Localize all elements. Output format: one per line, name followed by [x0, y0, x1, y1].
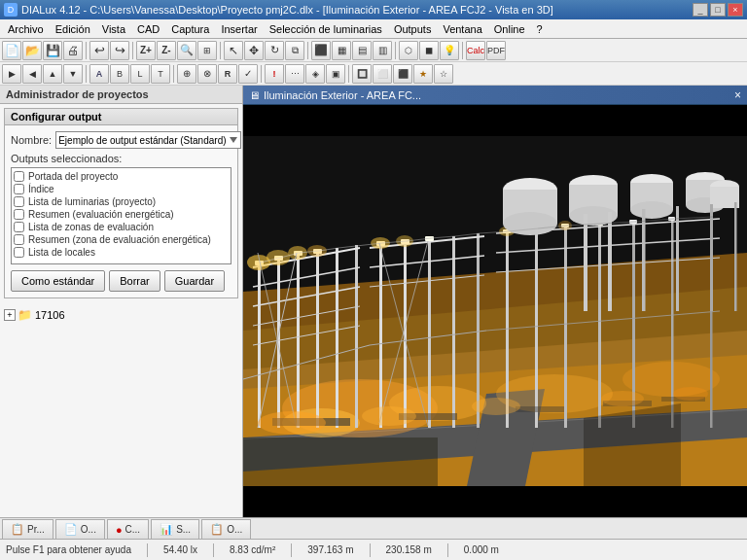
rotate-button[interactable]: ↻ — [265, 41, 284, 60]
3d-view-button[interactable] — [311, 41, 331, 60]
tab-o2[interactable]: 📋 O... — [201, 519, 251, 539]
svg-rect-17 — [336, 248, 338, 428]
project-tree: + 📁 17106 — [0, 302, 242, 517]
zoom-fit-button[interactable] — [177, 41, 196, 60]
light-button[interactable]: 💡 — [440, 41, 459, 60]
tab-pr-label: Pr... — [27, 524, 45, 535]
output-portada-checkbox[interactable] — [14, 171, 24, 182]
svg-rect-27 — [452, 236, 455, 428]
tab-s[interactable]: 📊 S... — [151, 519, 199, 539]
tb2-btn-21[interactable]: ☆ — [434, 64, 453, 84]
tab-s-icon: 📊 — [160, 523, 173, 536]
menu-vista[interactable]: Vista — [96, 21, 131, 37]
output-lista-locales-checkbox[interactable] — [14, 247, 24, 258]
tb2-btn-5[interactable]: A — [89, 64, 109, 84]
como-estandar-button[interactable]: Como estándar — [11, 270, 105, 292]
status-divider-1 — [147, 543, 148, 557]
tb2-btn-20[interactable]: ★ — [413, 64, 433, 84]
separator-1 — [86, 42, 87, 59]
wire-button[interactable]: ⬡ — [399, 41, 418, 60]
separator-3 — [220, 42, 221, 59]
svg-rect-25 — [404, 241, 407, 428]
shade-button[interactable]: ◼ — [419, 41, 439, 60]
tb2-btn-8[interactable]: T — [151, 64, 170, 84]
window-controls[interactable]: _ □ × — [693, 3, 743, 17]
output-lista-zonas-checkbox[interactable] — [14, 222, 24, 232]
tb2-btn-14[interactable]: ⋯ — [285, 64, 304, 84]
new-button[interactable] — [2, 41, 21, 60]
tab-pr[interactable]: 📋 Pr... — [2, 519, 53, 539]
guardar-button[interactable]: Guardar — [164, 270, 225, 292]
zoom-out-button[interactable]: Z- — [157, 41, 176, 60]
tb2-btn-10[interactable]: ⊗ — [197, 64, 217, 84]
tb2-btn-7[interactable]: L — [130, 64, 150, 84]
minimize-button[interactable]: _ — [693, 3, 708, 17]
front-view-button[interactable]: ▤ — [352, 41, 372, 60]
viewport-close-button[interactable]: × — [734, 88, 741, 102]
menu-online[interactable]: Online — [488, 21, 531, 37]
menu-edicion[interactable]: Edición — [50, 21, 96, 37]
tb2-btn-16[interactable]: ▣ — [326, 64, 345, 84]
output-resumen-zona-checkbox[interactable] — [14, 234, 24, 245]
menu-outputs[interactable]: Outputs — [388, 21, 438, 37]
tree-expand-17106[interactable]: + — [4, 309, 16, 321]
svg-rect-13 — [258, 262, 261, 428]
undo-button[interactable] — [89, 41, 109, 60]
statusbar: Pulse F1 para obtener ayuda 54.40 lx 8.8… — [0, 539, 747, 560]
tb2-btn-2[interactable]: ◀ — [22, 64, 42, 84]
close-button[interactable]: × — [728, 3, 743, 17]
move-button[interactable] — [244, 41, 264, 60]
side-view-button[interactable]: ▥ — [373, 41, 392, 60]
tb2-btn-11[interactable]: R — [218, 64, 237, 84]
menu-ventana[interactable]: Ventana — [437, 21, 487, 37]
menu-help[interactable]: ? — [531, 21, 549, 37]
menu-archivo[interactable]: Archivo — [2, 21, 50, 37]
tb2-btn-15[interactable]: ◈ — [305, 64, 325, 84]
export-button[interactable]: PDF — [486, 41, 506, 60]
tb2-btn-6[interactable]: B — [110, 64, 129, 84]
output-indice-checkbox[interactable] — [14, 184, 24, 194]
tb2-btn-3[interactable]: ▲ — [43, 64, 62, 84]
select-button[interactable] — [224, 41, 243, 60]
svg-point-72 — [630, 201, 673, 219]
borrar-button[interactable]: Borrar — [109, 270, 160, 292]
bottom-tabs: 📋 Pr... 📄 O... ● C... 📊 S... 📋 O... — [0, 517, 747, 539]
menu-seleccion[interactable]: Selección de luminarias — [264, 21, 388, 37]
open-button[interactable] — [22, 41, 42, 60]
copy-button[interactable]: ⧉ — [285, 41, 304, 60]
tb2-btn-19[interactable]: ⬛ — [393, 64, 412, 84]
svg-rect-32 — [506, 231, 509, 428]
maximize-button[interactable]: □ — [710, 3, 726, 17]
svg-rect-26 — [428, 238, 431, 428]
calc-button[interactable]: Calc — [466, 41, 485, 60]
output-lista-lum-checkbox[interactable] — [14, 196, 24, 207]
tb2-btn-17[interactable]: 🔲 — [352, 64, 372, 84]
tab-o1[interactable]: 📄 O... — [55, 519, 105, 539]
config-panel-body: Nombre: Ejemplo de output estándar (Stan… — [5, 125, 237, 298]
menu-captura[interactable]: Captura — [165, 21, 215, 37]
tb2-btn-13[interactable]: ! — [265, 64, 284, 84]
save-button[interactable] — [43, 41, 62, 60]
viewport-canvas — [243, 105, 747, 517]
plan-view-button[interactable]: ▦ — [332, 41, 351, 60]
zoom-in-button[interactable]: Z+ — [136, 41, 156, 60]
output-lista-locales: Lista de locales — [14, 246, 229, 259]
tb2-btn-4[interactable]: ▼ — [63, 64, 83, 84]
print-button[interactable] — [63, 41, 83, 60]
name-select[interactable]: Ejemplo de output estándar (Standard) — [55, 131, 241, 149]
redo-button[interactable] — [110, 41, 129, 60]
tb2-btn-1[interactable]: ▶ — [2, 64, 21, 84]
tb2-btn-9[interactable]: ⊕ — [177, 64, 196, 84]
separator-5 — [395, 42, 396, 59]
svg-rect-37 — [671, 219, 674, 428]
tb2-btn-18[interactable]: ⬜ — [373, 64, 392, 84]
tab-c[interactable]: ● C... — [107, 519, 149, 539]
tree-item-17106[interactable]: + 📁 17106 — [4, 306, 238, 324]
admin-header: Administrador de proyectos — [0, 86, 242, 104]
menu-insertar[interactable]: Insertar — [215, 21, 263, 37]
output-resumen-eval-checkbox[interactable] — [14, 209, 24, 220]
tb2-btn-12[interactable]: ✓ — [238, 64, 258, 84]
output-lista-lum: Lista de luminarias (proyecto) — [14, 195, 229, 208]
menu-cad[interactable]: CAD — [131, 21, 165, 37]
zoom-all-button[interactable]: ⊞ — [197, 41, 217, 60]
